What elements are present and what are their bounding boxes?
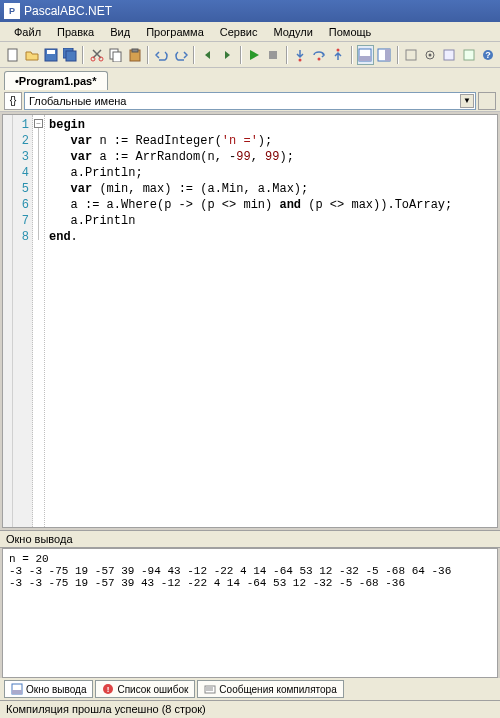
outline-gutter bbox=[3, 115, 13, 527]
fold-gutter: − bbox=[33, 115, 45, 527]
tab-errors-label: Список ошибок bbox=[117, 684, 188, 695]
tool-icon[interactable] bbox=[460, 45, 477, 65]
scope-icon: {} bbox=[4, 92, 22, 110]
separator bbox=[240, 46, 242, 64]
nav-back-icon[interactable] bbox=[199, 45, 216, 65]
svg-rect-19 bbox=[406, 50, 416, 60]
menu-view[interactable]: Вид bbox=[102, 24, 138, 40]
run-icon[interactable] bbox=[246, 45, 263, 65]
save-icon[interactable] bbox=[42, 45, 59, 65]
scope-dropdown[interactable]: Глобальные имена ▼ bbox=[24, 92, 476, 110]
step-over-icon[interactable] bbox=[311, 45, 328, 65]
scope-bar: {} Глобальные имена ▼ bbox=[0, 90, 500, 112]
svg-point-12 bbox=[299, 58, 302, 61]
statusbar: Компиляция прошла успешно (8 строк) bbox=[0, 700, 500, 718]
menu-help[interactable]: Помощь bbox=[321, 24, 380, 40]
toolbar: ? bbox=[0, 42, 500, 68]
line-gutter: 12345678 bbox=[13, 115, 33, 527]
menu-program[interactable]: Программа bbox=[138, 24, 212, 40]
menu-service[interactable]: Сервис bbox=[212, 24, 266, 40]
tool-icon[interactable] bbox=[403, 45, 420, 65]
separator bbox=[82, 46, 84, 64]
tab-compiler-label: Сообщения компилятора bbox=[219, 684, 336, 695]
scope-button[interactable] bbox=[478, 92, 496, 110]
panel-icon[interactable] bbox=[357, 45, 374, 65]
menu-file[interactable]: Файл bbox=[6, 24, 49, 40]
file-tabs: •Program1.pas* bbox=[0, 68, 500, 90]
code-editor[interactable]: 12345678 − begin var n := ReadInteger('n… bbox=[2, 114, 498, 528]
svg-rect-2 bbox=[47, 50, 55, 54]
svg-rect-18 bbox=[385, 49, 390, 61]
redo-icon[interactable] bbox=[172, 45, 189, 65]
fold-minus-icon[interactable]: − bbox=[34, 119, 43, 128]
chevron-down-icon: ▼ bbox=[460, 94, 474, 108]
tool-icon[interactable] bbox=[441, 45, 458, 65]
svg-text:?: ? bbox=[485, 50, 491, 60]
undo-icon[interactable] bbox=[153, 45, 170, 65]
output-icon bbox=[11, 683, 23, 695]
tab-compiler[interactable]: Сообщения компилятора bbox=[197, 680, 343, 698]
open-icon[interactable] bbox=[23, 45, 40, 65]
window-title: PascalABC.NET bbox=[24, 4, 112, 18]
menu-edit[interactable]: Правка bbox=[49, 24, 102, 40]
separator bbox=[193, 46, 195, 64]
compiler-icon bbox=[204, 683, 216, 695]
paste-icon[interactable] bbox=[126, 45, 143, 65]
stop-icon[interactable] bbox=[265, 45, 282, 65]
svg-rect-23 bbox=[464, 50, 474, 60]
separator bbox=[397, 46, 399, 64]
svg-rect-16 bbox=[359, 56, 371, 61]
options-icon[interactable] bbox=[422, 45, 439, 65]
step-out-icon[interactable] bbox=[330, 45, 347, 65]
separator bbox=[351, 46, 353, 64]
separator bbox=[147, 46, 149, 64]
separator bbox=[286, 46, 288, 64]
tab-output[interactable]: Окно вывода bbox=[4, 680, 93, 698]
cut-icon[interactable] bbox=[88, 45, 105, 65]
save-all-icon[interactable] bbox=[61, 45, 78, 65]
bottom-tabs: Окно вывода ! Список ошибок Сообщения ко… bbox=[0, 678, 500, 700]
svg-point-13 bbox=[318, 57, 321, 60]
tab-errors[interactable]: ! Список ошибок bbox=[95, 680, 195, 698]
error-icon: ! bbox=[102, 683, 114, 695]
app-icon: P bbox=[4, 3, 20, 19]
output-header: Окно вывода bbox=[0, 530, 500, 548]
svg-rect-27 bbox=[12, 690, 22, 694]
svg-point-21 bbox=[429, 53, 432, 56]
svg-rect-8 bbox=[113, 52, 121, 62]
svg-text:!: ! bbox=[107, 685, 110, 694]
code-content[interactable]: begin var n := ReadInteger('n ='); var a… bbox=[45, 115, 497, 527]
svg-rect-10 bbox=[132, 49, 138, 52]
new-file-icon[interactable] bbox=[4, 45, 21, 65]
menu-modules[interactable]: Модули bbox=[265, 24, 320, 40]
step-into-icon[interactable] bbox=[292, 45, 309, 65]
copy-icon[interactable] bbox=[107, 45, 124, 65]
output-area[interactable]: n = 20 -3 -3 -75 19 -57 39 -94 43 -12 -2… bbox=[2, 548, 498, 678]
help-icon[interactable]: ? bbox=[479, 45, 496, 65]
tab-program1[interactable]: •Program1.pas* bbox=[4, 71, 108, 90]
titlebar: P PascalABC.NET bbox=[0, 0, 500, 22]
menubar: Файл Правка Вид Программа Сервис Модули … bbox=[0, 22, 500, 42]
svg-rect-11 bbox=[269, 51, 277, 59]
svg-point-14 bbox=[337, 48, 340, 51]
fold-line bbox=[38, 128, 39, 240]
svg-rect-0 bbox=[8, 49, 17, 61]
scope-label: Глобальные имена bbox=[29, 95, 127, 107]
svg-rect-4 bbox=[66, 51, 76, 61]
svg-rect-22 bbox=[444, 50, 454, 60]
panel-2-icon[interactable] bbox=[376, 45, 393, 65]
nav-forward-icon[interactable] bbox=[218, 45, 235, 65]
tab-output-label: Окно вывода bbox=[26, 684, 86, 695]
